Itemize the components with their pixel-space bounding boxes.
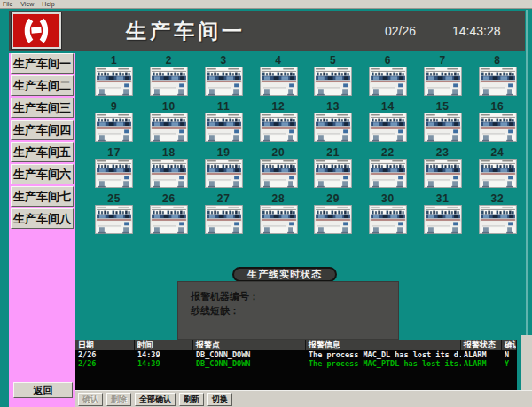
knitting-machine-icon	[479, 205, 517, 234]
menu-help[interactable]: Help	[42, 1, 54, 7]
machine-27[interactable]: 27	[197, 193, 252, 234]
machine-22[interactable]: 22	[361, 147, 416, 188]
sidebar-item-workshop-8[interactable]: 生产车间八	[11, 208, 74, 229]
machine-number: 28	[271, 193, 285, 204]
knitting-machine-icon	[314, 205, 352, 234]
machine-1[interactable]: 1	[87, 55, 142, 96]
knitting-machine-icon	[314, 159, 352, 188]
toolbar-button[interactable]: 删除	[106, 393, 131, 406]
menu-view[interactable]: View	[20, 1, 34, 7]
toolbar-button[interactable]: 刷新	[179, 393, 204, 406]
machine-2[interactable]: 2	[142, 55, 197, 96]
machine-number: 27	[217, 193, 231, 204]
page-title: 生产车间一	[126, 18, 246, 45]
machine-17[interactable]: 17	[87, 147, 142, 188]
back-button[interactable]: 返回	[13, 382, 73, 398]
machine-14[interactable]: 14	[361, 101, 416, 142]
machine-number: 25	[107, 193, 121, 204]
cell-time: 14:39	[135, 359, 193, 368]
sidebar-item-label: 生产车间二	[13, 78, 71, 94]
machine-number: 8	[494, 55, 501, 66]
machine-number: 1	[111, 55, 118, 66]
knitting-machine-icon	[314, 67, 352, 96]
machine-31[interactable]: 31	[416, 193, 471, 234]
sidebar-item-workshop-1[interactable]: 生产车间一	[11, 53, 74, 74]
machine-number: 5	[330, 55, 337, 66]
machine-32[interactable]: 32	[470, 193, 525, 234]
machine-3[interactable]: 3	[197, 55, 252, 96]
sidebar-item-workshop-4[interactable]: 生产车间四	[11, 120, 74, 140]
header-bar: 生产车间一 02/26 14:43:28	[9, 11, 525, 51]
alarm-table[interactable]: 日期 时间 报警点 报警信息 报警状态 确认 2/26 14:39 DB_CON…	[75, 340, 517, 390]
machine-8[interactable]: 8	[470, 55, 525, 96]
machine-24[interactable]: 24	[470, 147, 525, 188]
sidebar-item-workshop-3[interactable]: 生产车间三	[11, 98, 74, 118]
machine-9[interactable]: 9	[87, 101, 142, 142]
machine-13[interactable]: 13	[306, 101, 361, 142]
machine-26[interactable]: 26	[142, 193, 197, 234]
machine-23[interactable]: 23	[416, 147, 471, 188]
machine-number: 7	[440, 55, 447, 66]
machine-6[interactable]: 6	[361, 55, 416, 96]
sidebar-items: 生产车间一 生产车间二 生产车间三 生产车间四 生产车间五 生产车间六 生产车间…	[9, 53, 75, 229]
toolbar-button-label: 确认	[82, 395, 98, 403]
sidebar-item-workshop-7[interactable]: 生产车间七	[11, 186, 74, 207]
machine-number: 2	[166, 55, 173, 66]
knitting-machine-icon	[369, 159, 407, 188]
machine-18[interactable]: 18	[142, 147, 197, 188]
machine-number: 18	[162, 147, 176, 158]
machine-5[interactable]: 5	[306, 55, 361, 96]
knitting-machine-icon	[479, 159, 517, 188]
toolbar-button[interactable]: 确认	[78, 393, 103, 406]
menu-file[interactable]: File	[3, 1, 12, 7]
alarm-table-row[interactable]: 2/26 14:39 DB_CONN_DOWN The process MAC_…	[75, 350, 517, 359]
toolbar-button[interactable]: 全部确认	[135, 393, 176, 406]
knitting-machine-icon	[260, 113, 298, 142]
cell-point: DB_CONN_DOWN	[193, 350, 306, 359]
cell-point: DB_CONN_DOWN	[193, 359, 306, 368]
window-border-highlight	[526, 10, 528, 335]
machine-15[interactable]: 15	[416, 101, 471, 142]
toolbar-button[interactable]: 切换	[207, 393, 232, 406]
alarm-table-row[interactable]: 2/26 14:39 DB_CONN_DOWN The process MAC_…	[75, 359, 517, 368]
machine-number: 19	[217, 147, 231, 158]
machine-16[interactable]: 16	[470, 101, 525, 142]
machine-number: 16	[490, 101, 504, 112]
knitting-machine-icon	[424, 205, 462, 234]
knitting-machine-icon	[205, 67, 243, 96]
knitting-machine-icon	[205, 113, 243, 142]
machine-4[interactable]: 4	[251, 55, 306, 96]
line-status-tab: 生产线实时状态	[232, 267, 337, 282]
header-date: 02/26	[385, 24, 416, 38]
brand-logo	[12, 12, 61, 49]
machine-29[interactable]: 29	[306, 193, 361, 234]
cell-status: ALARM	[461, 359, 502, 368]
knitting-machine-icon	[314, 113, 352, 142]
alarm-table-header: 日期 时间 报警点 报警信息 报警状态 确认	[75, 340, 517, 350]
toolbar-button-label: 删除	[111, 395, 127, 403]
machine-7[interactable]: 7	[416, 55, 471, 96]
machine-20[interactable]: 20	[251, 147, 306, 188]
machine-11[interactable]: 11	[197, 101, 252, 142]
machine-25[interactable]: 25	[87, 193, 142, 234]
machine-10[interactable]: 10	[142, 101, 197, 142]
machine-30[interactable]: 30	[361, 193, 416, 234]
sidebar-item-workshop-6[interactable]: 生产车间六	[11, 164, 74, 184]
machine-12[interactable]: 12	[251, 101, 306, 142]
machine-number: 21	[326, 147, 340, 158]
machine-21[interactable]: 21	[306, 147, 361, 188]
knitting-machine-icon	[260, 159, 298, 188]
machine-number: 12	[271, 101, 285, 112]
sidebar-item-workshop-5[interactable]: 生产车间五	[11, 142, 74, 162]
knitting-machine-icon	[369, 67, 407, 96]
sidebar-item-label: 生产车间三	[13, 100, 71, 116]
cell-ack: N	[502, 350, 517, 359]
machine-number: 10	[162, 101, 176, 112]
machine-28[interactable]: 28	[251, 193, 306, 234]
machine-number: 26	[162, 193, 176, 204]
machine-number: 23	[436, 147, 450, 158]
col-ack: 确认	[502, 340, 517, 350]
sidebar-item-workshop-2[interactable]: 生产车间二	[11, 75, 74, 96]
machine-number: 6	[385, 55, 392, 66]
machine-19[interactable]: 19	[197, 147, 252, 188]
